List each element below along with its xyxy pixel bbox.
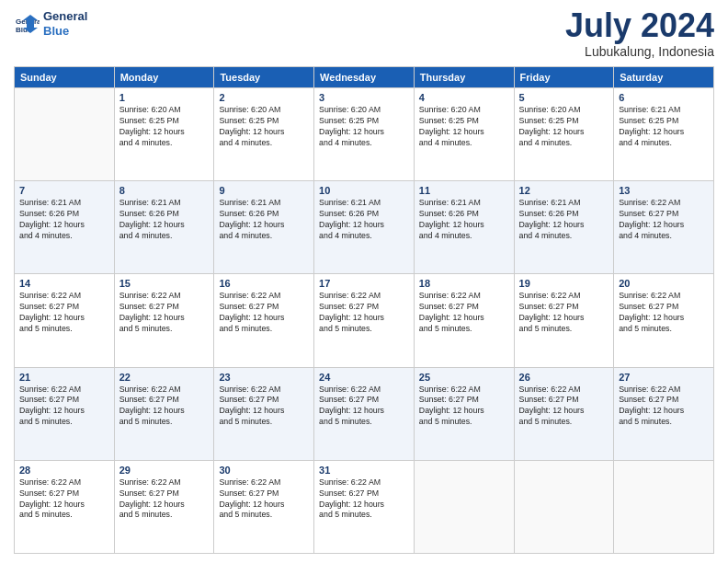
col-header-thursday: Thursday: [414, 67, 514, 88]
day-info: Sunrise: 6:22 AMSunset: 6:27 PMDaylight:…: [319, 385, 409, 429]
header-row: SundayMondayTuesdayWednesdayThursdayFrid…: [15, 67, 714, 88]
day-number: 29: [119, 465, 210, 476]
day-number: 1: [119, 92, 210, 103]
day-number: 5: [519, 92, 609, 103]
day-cell: 24Sunrise: 6:22 AMSunset: 6:27 PMDayligh…: [314, 367, 415, 460]
col-header-sunday: Sunday: [15, 67, 115, 88]
col-header-tuesday: Tuesday: [214, 67, 314, 88]
day-info: Sunrise: 6:22 AMSunset: 6:27 PMDaylight:…: [219, 291, 309, 335]
day-cell: [514, 460, 614, 553]
day-cell: 28Sunrise: 6:22 AMSunset: 6:27 PMDayligh…: [15, 460, 115, 553]
day-number: 25: [419, 372, 509, 383]
day-number: 21: [19, 372, 109, 383]
logo-icon: General Blue: [14, 11, 40, 37]
day-info: Sunrise: 6:22 AMSunset: 6:27 PMDaylight:…: [619, 385, 709, 429]
day-number: 26: [519, 372, 609, 383]
day-info: Sunrise: 6:21 AMSunset: 6:26 PMDaylight:…: [319, 198, 409, 242]
day-number: 7: [19, 185, 109, 196]
day-cell: 4Sunrise: 6:20 AMSunset: 6:25 PMDaylight…: [414, 88, 514, 181]
day-number: 11: [419, 185, 509, 196]
day-number: 20: [619, 278, 709, 289]
week-row-5: 28Sunrise: 6:22 AMSunset: 6:27 PMDayligh…: [15, 460, 714, 553]
day-number: 17: [319, 278, 409, 289]
day-info: Sunrise: 6:22 AMSunset: 6:27 PMDaylight:…: [119, 291, 210, 335]
day-number: 10: [319, 185, 409, 196]
day-info: Sunrise: 6:22 AMSunset: 6:27 PMDaylight:…: [619, 198, 709, 242]
col-header-wednesday: Wednesday: [314, 67, 415, 88]
day-number: 19: [519, 278, 609, 289]
day-info: Sunrise: 6:22 AMSunset: 6:27 PMDaylight:…: [319, 477, 409, 522]
day-cell: 27Sunrise: 6:22 AMSunset: 6:27 PMDayligh…: [614, 367, 714, 460]
day-info: Sunrise: 6:22 AMSunset: 6:27 PMDaylight:…: [19, 385, 109, 429]
day-cell: 21Sunrise: 6:22 AMSunset: 6:27 PMDayligh…: [15, 367, 115, 460]
day-cell: [614, 460, 714, 553]
day-cell: 17Sunrise: 6:22 AMSunset: 6:27 PMDayligh…: [314, 274, 415, 367]
col-header-monday: Monday: [114, 67, 214, 88]
day-number: 13: [619, 185, 709, 196]
month-year-title: July 2024: [565, 9, 714, 42]
day-cell: [414, 460, 514, 553]
day-cell: 18Sunrise: 6:22 AMSunset: 6:27 PMDayligh…: [414, 274, 514, 367]
day-info: Sunrise: 6:22 AMSunset: 6:27 PMDaylight:…: [519, 291, 609, 335]
day-cell: 20Sunrise: 6:22 AMSunset: 6:27 PMDayligh…: [614, 274, 714, 367]
day-info: Sunrise: 6:21 AMSunset: 6:26 PMDaylight:…: [219, 198, 309, 242]
day-number: 31: [319, 465, 409, 476]
day-info: Sunrise: 6:21 AMSunset: 6:26 PMDaylight:…: [519, 198, 609, 242]
day-cell: 3Sunrise: 6:20 AMSunset: 6:25 PMDaylight…: [314, 88, 415, 181]
day-number: 23: [219, 372, 309, 383]
day-cell: 15Sunrise: 6:22 AMSunset: 6:27 PMDayligh…: [114, 274, 214, 367]
day-info: Sunrise: 6:22 AMSunset: 6:27 PMDaylight:…: [119, 477, 210, 522]
day-info: Sunrise: 6:22 AMSunset: 6:27 PMDaylight:…: [419, 385, 509, 429]
day-number: 12: [519, 185, 609, 196]
day-cell: 1Sunrise: 6:20 AMSunset: 6:25 PMDaylight…: [114, 88, 214, 181]
header: General Blue General Blue July 2024 Lubu…: [14, 9, 714, 59]
day-number: 30: [219, 465, 309, 476]
day-cell: 11Sunrise: 6:21 AMSunset: 6:26 PMDayligh…: [414, 181, 514, 274]
logo-text: General Blue: [43, 9, 87, 38]
day-cell: 25Sunrise: 6:22 AMSunset: 6:27 PMDayligh…: [414, 367, 514, 460]
col-header-saturday: Saturday: [614, 67, 714, 88]
day-info: Sunrise: 6:20 AMSunset: 6:25 PMDaylight:…: [519, 105, 609, 149]
day-info: Sunrise: 6:21 AMSunset: 6:26 PMDaylight:…: [119, 198, 210, 242]
day-cell: 5Sunrise: 6:20 AMSunset: 6:25 PMDaylight…: [514, 88, 614, 181]
day-number: 15: [119, 278, 210, 289]
day-info: Sunrise: 6:20 AMSunset: 6:25 PMDaylight:…: [219, 105, 309, 149]
day-info: Sunrise: 6:20 AMSunset: 6:25 PMDaylight:…: [119, 105, 210, 149]
week-row-4: 21Sunrise: 6:22 AMSunset: 6:27 PMDayligh…: [15, 367, 714, 460]
col-header-friday: Friday: [514, 67, 614, 88]
day-info: Sunrise: 6:20 AMSunset: 6:25 PMDaylight:…: [419, 105, 509, 149]
day-cell: 26Sunrise: 6:22 AMSunset: 6:27 PMDayligh…: [514, 367, 614, 460]
day-info: Sunrise: 6:22 AMSunset: 6:27 PMDaylight:…: [219, 477, 309, 522]
day-info: Sunrise: 6:22 AMSunset: 6:27 PMDaylight:…: [19, 291, 109, 335]
week-row-1: 1Sunrise: 6:20 AMSunset: 6:25 PMDaylight…: [15, 88, 714, 181]
day-cell: 8Sunrise: 6:21 AMSunset: 6:26 PMDaylight…: [114, 181, 214, 274]
day-info: Sunrise: 6:22 AMSunset: 6:27 PMDaylight:…: [219, 385, 309, 429]
day-cell: 23Sunrise: 6:22 AMSunset: 6:27 PMDayligh…: [214, 367, 314, 460]
day-number: 6: [619, 92, 709, 103]
day-cell: 2Sunrise: 6:20 AMSunset: 6:25 PMDaylight…: [214, 88, 314, 181]
day-number: 8: [119, 185, 210, 196]
day-cell: 31Sunrise: 6:22 AMSunset: 6:27 PMDayligh…: [314, 460, 415, 553]
day-cell: 22Sunrise: 6:22 AMSunset: 6:27 PMDayligh…: [114, 367, 214, 460]
location-title: Lubukalung, Indonesia: [565, 44, 714, 59]
day-info: Sunrise: 6:21 AMSunset: 6:26 PMDaylight:…: [419, 198, 509, 242]
day-info: Sunrise: 6:20 AMSunset: 6:25 PMDaylight:…: [319, 105, 409, 149]
day-info: Sunrise: 6:22 AMSunset: 6:27 PMDaylight:…: [119, 385, 210, 429]
day-number: 22: [119, 372, 210, 383]
day-number: 9: [219, 185, 309, 196]
day-info: Sunrise: 6:21 AMSunset: 6:26 PMDaylight:…: [19, 198, 109, 242]
day-cell: 7Sunrise: 6:21 AMSunset: 6:26 PMDaylight…: [15, 181, 115, 274]
week-row-2: 7Sunrise: 6:21 AMSunset: 6:26 PMDaylight…: [15, 181, 714, 274]
day-number: 2: [219, 92, 309, 103]
day-info: Sunrise: 6:22 AMSunset: 6:27 PMDaylight:…: [319, 291, 409, 335]
day-cell: [15, 88, 115, 181]
day-number: 18: [419, 278, 509, 289]
day-number: 14: [19, 278, 109, 289]
day-cell: 13Sunrise: 6:22 AMSunset: 6:27 PMDayligh…: [614, 181, 714, 274]
week-row-3: 14Sunrise: 6:22 AMSunset: 6:27 PMDayligh…: [15, 274, 714, 367]
title-block: July 2024 Lubukalung, Indonesia: [565, 9, 714, 59]
day-cell: 6Sunrise: 6:21 AMSunset: 6:25 PMDaylight…: [614, 88, 714, 181]
calendar-page: General Blue General Blue July 2024 Lubu…: [0, 0, 728, 563]
day-cell: 10Sunrise: 6:21 AMSunset: 6:26 PMDayligh…: [314, 181, 415, 274]
logo: General Blue General Blue: [14, 9, 87, 38]
